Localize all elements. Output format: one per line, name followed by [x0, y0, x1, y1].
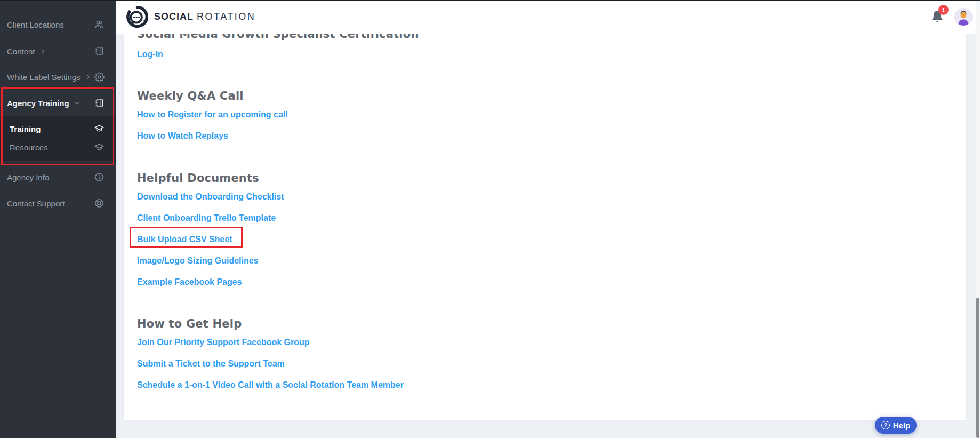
link-example-facebook-pages[interactable]: Example Facebook Pages	[137, 276, 242, 288]
help-button[interactable]: ? Help	[875, 417, 917, 434]
sidebar-item-label: Content	[7, 47, 35, 56]
graduation-cap-icon	[94, 142, 105, 153]
notifications-button[interactable]: 1	[930, 10, 952, 28]
notebook-icon	[94, 46, 105, 57]
sidebar-item-agency-info[interactable]: Agency Info	[0, 170, 116, 184]
link-schedule-video-call[interactable]: Schedule a 1-on-1 Video Call with a Soci…	[137, 379, 404, 391]
sidebar-item-content[interactable]: Content	[0, 44, 116, 58]
gear-icon	[94, 72, 105, 82]
link-bulk-upload-csv-sheet[interactable]: Bulk Upload CSV Sheet	[137, 234, 232, 245]
sidebar: Client Locations Content White Label Set…	[0, 0, 116, 438]
avatar-person-icon	[954, 8, 973, 26]
link-how-to-register[interactable]: How to Register for an upcoming call	[137, 109, 288, 120]
sidebar-item-label: Client Locations	[7, 20, 64, 29]
social-rotation-logo[interactable]: SOCIAL ROTATION	[126, 6, 255, 28]
life-buoy-icon	[94, 198, 105, 209]
scrollbar-track	[976, 0, 980, 438]
logo-mark-icon	[126, 6, 148, 28]
chevron-right-icon	[40, 47, 46, 56]
link-log-in[interactable]: Log-In	[137, 49, 163, 60]
help-button-label: Help	[893, 421, 911, 430]
info-icon	[94, 172, 105, 182]
notebook-icon	[94, 98, 105, 108]
link-client-onboarding-trello-template[interactable]: Client Onboarding Trello Template	[137, 212, 276, 224]
link-join-priority-support-group[interactable]: Join Our Priority Support Facebook Group	[137, 337, 310, 348]
brand-name-light: ROTATION	[197, 11, 255, 22]
section-title-weekly-qa-call: Weekly Q&A Call	[137, 89, 244, 103]
sidebar-item-label: Agency Training	[7, 99, 69, 108]
section-title-helpful-documents: Helpful Documents	[137, 171, 259, 185]
link-submit-ticket[interactable]: Submit a Ticket to the Support Team	[137, 358, 285, 369]
sidebar-item-client-locations[interactable]: Client Locations	[0, 18, 116, 31]
notification-badge: 1	[938, 5, 949, 15]
graduation-cap-icon	[94, 123, 105, 134]
sidebar-item-label: Contact Support	[7, 199, 65, 208]
window-top-edge	[0, 0, 980, 1]
sidebar-item-contact-support[interactable]: Contact Support	[0, 196, 116, 210]
brand-name-bold: SOCIAL	[154, 11, 194, 22]
sidebar-item-label: Training	[10, 124, 41, 133]
users-icon	[94, 19, 105, 30]
sidebar-subitem-training[interactable]: Training	[0, 122, 116, 136]
scrollbar-thumb[interactable]	[976, 298, 979, 438]
chevron-right-icon	[85, 73, 91, 82]
sidebar-item-label: White Label Settings	[7, 73, 81, 82]
link-how-to-watch-replays[interactable]: How to Watch Replays	[137, 130, 228, 141]
main-content-card: Social Media Growth Specialist Certifica…	[124, 34, 966, 420]
link-download-onboarding-checklist[interactable]: Download the Onboarding Checklist	[137, 191, 284, 202]
sidebar-item-agency-training[interactable]: Agency Training	[0, 96, 116, 110]
section-title-how-to-get-help: How to Get Help	[137, 317, 242, 331]
link-image-logo-sizing-guidelines[interactable]: Image/Logo Sizing Guidelines	[137, 255, 259, 266]
sidebar-item-white-label-settings[interactable]: White Label Settings	[0, 70, 116, 84]
top-header: SOCIAL ROTATION 1	[116, 0, 980, 34]
app-window: Client Locations Content White Label Set…	[0, 0, 980, 438]
question-mark-icon: ?	[881, 421, 890, 429]
chevron-down-icon	[74, 99, 80, 108]
sidebar-item-label: Agency Info	[7, 173, 49, 182]
sidebar-item-label: Resources	[10, 143, 48, 152]
sidebar-subitem-resources[interactable]: Resources	[0, 140, 116, 154]
brand-name: SOCIAL ROTATION	[154, 11, 255, 22]
user-avatar[interactable]	[954, 8, 973, 26]
